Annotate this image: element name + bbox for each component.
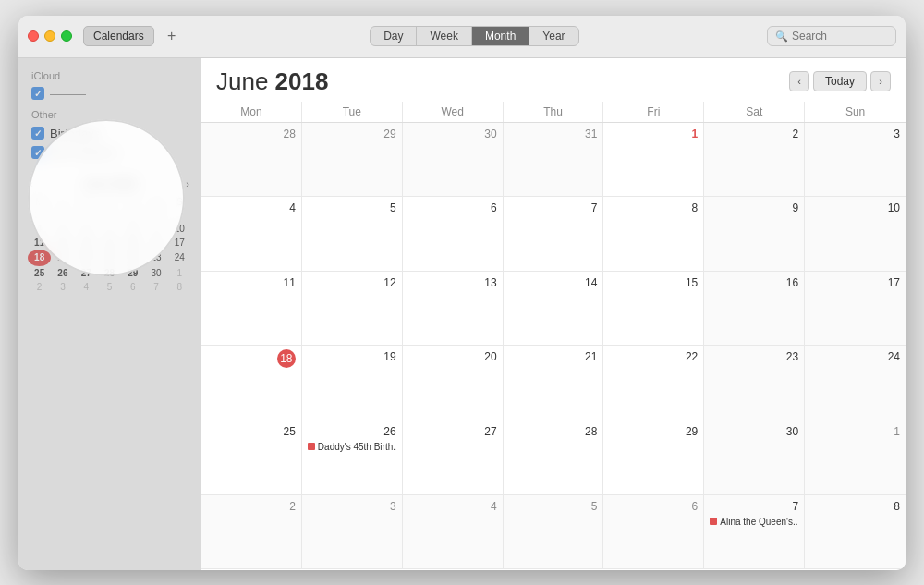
calendar-cell[interactable]: 22 (603, 346, 704, 420)
mini-cal-day[interactable]: 9 (144, 222, 167, 236)
prev-month-button[interactable]: ‹ (789, 71, 809, 91)
mini-cal-prev[interactable]: ‹ (28, 178, 35, 189)
sidebar-item-siri[interactable]: ✓ Siri Found in (18, 143, 201, 163)
mini-cal-day[interactable]: 7 (98, 222, 121, 236)
mini-cal-day[interactable]: 13 (75, 236, 98, 250)
calendar-cell[interactable]: 8 (603, 197, 704, 272)
calendar-cell[interactable]: 18 (201, 346, 302, 420)
mini-cal-day[interactable]: 22 (121, 250, 144, 266)
event-chip[interactable]: Daddy's 45th Birth... (308, 442, 396, 452)
calendar-cell[interactable]: 10 (805, 197, 906, 272)
mini-cal-day[interactable]: 4 (75, 280, 98, 294)
mini-cal-day[interactable]: 15 (121, 236, 144, 250)
calendar-cell[interactable]: 29 (302, 123, 403, 198)
mini-cal-day[interactable]: 5 (98, 280, 121, 294)
mini-cal-day[interactable]: 21 (98, 250, 121, 266)
calendar-cell[interactable]: 4 (201, 197, 302, 272)
mini-cal-day[interactable]: 28 (98, 266, 121, 280)
mini-cal-day[interactable]: 3 (51, 280, 74, 294)
mini-cal-day[interactable]: 30 (75, 208, 98, 222)
sidebar-item-icloud-cal[interactable]: ✓ ——— (18, 84, 201, 104)
calendar-cell[interactable]: 14 (504, 272, 604, 347)
calendar-cell[interactable]: 13 (403, 272, 504, 347)
calendar-cell[interactable]: 24 (805, 346, 906, 420)
calendar-cell[interactable]: 3 (805, 123, 906, 198)
mini-cal-day[interactable]: 11 (28, 236, 51, 250)
calendar-cell[interactable]: 27 (403, 420, 504, 495)
close-button[interactable] (28, 30, 39, 42)
calendar-cell[interactable]: 7Alina the Queen's... (704, 495, 805, 570)
mini-cal-day[interactable]: 17 (168, 236, 191, 250)
calendar-cell[interactable]: 8 (805, 495, 906, 570)
search-input[interactable] (792, 30, 888, 43)
mini-cal-day[interactable]: 3 (144, 208, 167, 222)
calendar-cell[interactable]: 30 (704, 420, 805, 495)
view-year-button[interactable]: Year (529, 27, 578, 45)
mini-cal-day[interactable]: 4 (28, 222, 51, 236)
calendar-cell[interactable]: 15 (603, 272, 704, 347)
calendar-cell[interactable]: 29 (603, 420, 704, 495)
calendar-cell[interactable]: 19 (302, 346, 403, 420)
calendar-cell[interactable]: 23 (704, 346, 805, 420)
calendar-cell[interactable]: 1 (805, 420, 906, 495)
calendar-cell[interactable]: 28 (201, 123, 302, 198)
event-chip[interactable]: Alina the Queen's... (710, 517, 798, 527)
mini-cal-day[interactable]: 24 (168, 250, 191, 266)
mini-cal-day[interactable]: 27 (75, 266, 98, 280)
mini-cal-day[interactable]: 1 (98, 208, 121, 222)
mini-cal-day[interactable]: 29 (121, 266, 144, 280)
calendars-button[interactable]: Calendars (83, 26, 154, 46)
mini-cal-day[interactable]: 29 (51, 208, 74, 222)
calendar-cell[interactable]: 17 (805, 272, 906, 347)
checkbox-birthdays[interactable]: ✓ (31, 127, 44, 140)
calendar-cell[interactable]: 2 (201, 495, 302, 570)
calendar-cell[interactable]: 3 (302, 495, 403, 570)
calendar-cell[interactable]: 1 (603, 123, 704, 198)
checkbox-icloud[interactable]: ✓ (31, 87, 44, 100)
calendar-cell[interactable]: 28 (504, 420, 604, 495)
maximize-button[interactable] (61, 30, 72, 42)
mini-cal-day[interactable]: 20 (75, 250, 98, 266)
mini-cal-day[interactable]: 14 (98, 236, 121, 250)
calendar-cell[interactable]: 5 (504, 495, 604, 570)
checkbox-siri[interactable]: ✓ (31, 146, 44, 159)
calendar-cell[interactable]: 26Daddy's 45th Birth... (302, 420, 403, 495)
mini-cal-day[interactable]: 18 (28, 250, 51, 266)
mini-cal-day[interactable]: 6 (121, 280, 144, 294)
calendar-cell[interactable]: 25 (201, 420, 302, 495)
mini-cal-day[interactable]: 8 (121, 222, 144, 236)
calendar-cell[interactable]: 9 (704, 197, 805, 272)
calendar-cell[interactable]: 31 (504, 123, 604, 198)
calendar-cell[interactable]: 2 (704, 123, 805, 198)
calendar-cell[interactable]: 7 (504, 197, 604, 272)
mini-cal-day[interactable]: 6 (75, 222, 98, 236)
mini-cal-day[interactable]: 16 (144, 236, 167, 250)
view-week-button[interactable]: Week (417, 27, 471, 45)
calendar-cell[interactable]: 11 (201, 272, 302, 347)
mini-cal-day[interactable]: 30 (144, 266, 167, 280)
mini-cal-day[interactable]: 7 (144, 280, 167, 294)
mini-cal-day[interactable]: 28 (28, 208, 51, 222)
calendar-cell[interactable]: 6 (403, 197, 504, 272)
view-day-button[interactable]: Day (371, 27, 417, 45)
mini-cal-day[interactable]: 5 (51, 222, 74, 236)
mini-cal-day[interactable]: 23 (144, 250, 167, 266)
view-month-button[interactable]: Month (472, 27, 529, 45)
mini-cal-day[interactable]: 12 (51, 236, 74, 250)
mini-cal-day[interactable]: 2 (121, 208, 144, 222)
sidebar-item-birthdays[interactable]: ✓ Birthdays (18, 124, 201, 143)
calendar-cell[interactable]: 5 (302, 197, 403, 272)
calendar-cell[interactable]: 16 (704, 272, 805, 347)
today-button[interactable]: Today (813, 71, 867, 91)
add-calendar-button[interactable]: + (162, 26, 182, 46)
mini-cal-day[interactable]: 1 (168, 266, 191, 280)
calendar-cell[interactable]: 20 (403, 346, 504, 420)
mini-cal-day[interactable]: 25 (28, 266, 51, 280)
calendar-cell[interactable]: 12 (302, 272, 403, 347)
mini-cal-day[interactable]: 10 (168, 222, 191, 236)
mini-cal-day[interactable]: 8 (168, 280, 191, 294)
calendar-cell[interactable]: 4 (403, 495, 504, 570)
calendar-cell[interactable]: 21 (504, 346, 604, 420)
mini-cal-day[interactable]: 19 (51, 250, 74, 266)
next-month-button[interactable]: › (870, 71, 891, 91)
